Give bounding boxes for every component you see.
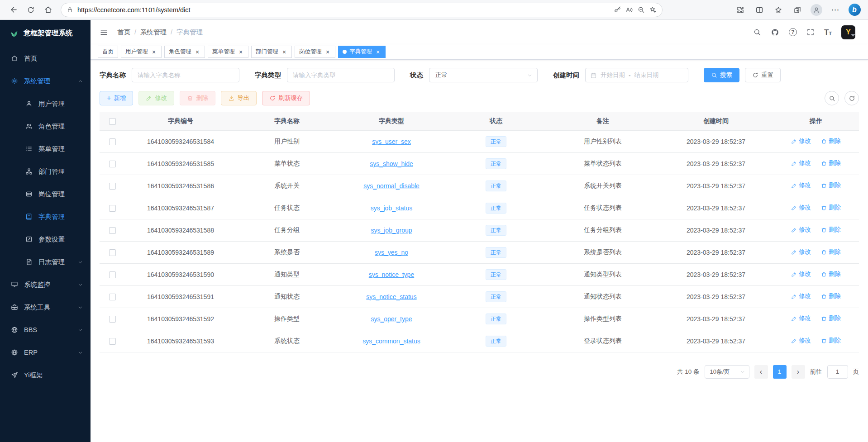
breadcrumb-system-mgmt[interactable]: 系统管理	[140, 28, 167, 37]
dict-type-link[interactable]: sys_notice_type	[369, 271, 414, 278]
breadcrumb-home[interactable]: 首页	[117, 28, 130, 37]
dict-type-link[interactable]: sys_user_sex	[372, 138, 411, 145]
search-button[interactable]: 搜索	[704, 68, 739, 82]
row-edit-button[interactable]: 修改	[791, 248, 811, 256]
row-delete-button[interactable]: 删除	[821, 181, 841, 190]
row-delete-button[interactable]: 删除	[821, 337, 841, 345]
row-delete-button[interactable]: 删除	[821, 248, 841, 256]
dict-type-link[interactable]: sys_normal_disable	[363, 182, 420, 190]
row-delete-button[interactable]: 删除	[821, 270, 841, 278]
user-avatar-button[interactable]: Y	[841, 25, 855, 39]
dict-type-link[interactable]: sys_yes_no	[375, 249, 408, 256]
url-text[interactable]: https://ccnetcore.com:1101/system/dict	[77, 6, 610, 14]
sidebar-item-yi-framework[interactable]: Yi框架	[0, 364, 91, 386]
row-edit-button[interactable]: 修改	[791, 314, 811, 323]
sidebar-item-bbs[interactable]: BBS	[0, 318, 91, 341]
page-size-select[interactable]: 10条/页	[705, 365, 749, 379]
row-checkbox[interactable]	[109, 338, 116, 345]
row-edit-button[interactable]: 修改	[791, 337, 811, 345]
row-edit-button[interactable]: 修改	[791, 204, 811, 212]
font-size-button[interactable]: TT	[824, 29, 832, 36]
dict-type-link[interactable]: sys_common_status	[362, 337, 420, 345]
dict-type-link[interactable]: sys_show_hide	[370, 160, 413, 167]
select-all-checkbox[interactable]	[109, 118, 116, 125]
sidebar-item-system-monitor[interactable]: 系统监控	[0, 273, 91, 296]
header-search-button[interactable]	[753, 28, 761, 36]
row-checkbox[interactable]	[109, 205, 116, 212]
add-favorite-icon[interactable]	[649, 6, 657, 14]
close-icon[interactable]: ×	[281, 49, 287, 55]
goto-page-input[interactable]	[827, 365, 848, 379]
row-edit-button[interactable]: 修改	[791, 159, 811, 167]
row-checkbox[interactable]	[109, 138, 116, 145]
tab-role-mgmt[interactable]: 角色管理×	[164, 46, 205, 58]
browser-refresh-button[interactable]	[23, 2, 39, 18]
row-delete-button[interactable]: 删除	[821, 292, 841, 300]
close-icon[interactable]: ×	[194, 49, 200, 55]
sidebar-item-user-mgmt[interactable]: 用户管理	[0, 92, 91, 115]
status-select[interactable]: 正常	[429, 68, 538, 82]
row-checkbox[interactable]	[109, 316, 116, 323]
docs-help-button[interactable]: ?	[789, 28, 797, 36]
dict-type-link[interactable]: sys_oper_type	[371, 315, 412, 323]
row-checkbox[interactable]	[109, 161, 116, 167]
tab-post-mgmt[interactable]: 岗位管理×	[295, 46, 335, 58]
row-checkbox[interactable]	[109, 249, 116, 256]
row-checkbox[interactable]	[109, 227, 116, 234]
row-edit-button[interactable]: 修改	[791, 137, 811, 145]
prev-page-button[interactable]: ‹	[754, 365, 768, 379]
sidebar-item-system-mgmt[interactable]: 系统管理	[0, 70, 91, 92]
export-button[interactable]: 导出	[221, 91, 257, 105]
sidebar-item-param-settings[interactable]: 参数设置	[0, 228, 91, 251]
row-edit-button[interactable]: 修改	[791, 226, 811, 234]
sidebar-item-dept-mgmt[interactable]: 部门管理	[0, 160, 91, 183]
row-checkbox[interactable]	[109, 294, 116, 300]
dict-type-link[interactable]: sys_notice_status	[366, 293, 416, 300]
browser-back-button[interactable]	[5, 2, 22, 18]
row-delete-button[interactable]: 删除	[821, 137, 841, 145]
tab-dict-mgmt[interactable]: 字典管理×	[338, 46, 386, 58]
row-delete-button[interactable]: 删除	[821, 226, 841, 234]
close-icon[interactable]: ×	[375, 49, 381, 55]
reset-button[interactable]: 重置	[745, 68, 781, 82]
sidebar-item-role-mgmt[interactable]: 角色管理	[0, 115, 91, 138]
collections-button[interactable]	[789, 2, 806, 18]
close-icon[interactable]: ×	[238, 49, 244, 55]
next-page-button[interactable]: ›	[792, 365, 805, 379]
row-checkbox[interactable]	[109, 271, 116, 278]
dict-type-link[interactable]: sys_job_group	[371, 227, 412, 234]
refresh-cache-button[interactable]: 刷新缓存	[262, 91, 310, 105]
browser-home-button[interactable]	[40, 2, 56, 18]
add-button[interactable]: + 新增	[100, 91, 133, 105]
close-icon[interactable]: ×	[151, 49, 157, 55]
sidebar-item-dict-mgmt[interactable]: 字典管理	[0, 205, 91, 228]
row-delete-button[interactable]: 删除	[821, 204, 841, 212]
sidebar-item-menu-mgmt[interactable]: 菜单管理	[0, 138, 91, 160]
row-edit-button[interactable]: 修改	[791, 270, 811, 278]
dict-name-input[interactable]	[132, 68, 239, 82]
browser-more-button[interactable]: ⋯	[827, 2, 844, 18]
app-logo[interactable]: 意框架管理系统	[0, 20, 91, 46]
sidebar-item-home[interactable]: 首页	[0, 47, 91, 70]
sidebar-item-erp[interactable]: ERP	[0, 341, 91, 364]
password-key-icon[interactable]	[614, 6, 621, 14]
date-range-picker[interactable]: 开始日期 - 结束日期	[585, 68, 688, 82]
extensions-button[interactable]	[732, 2, 749, 18]
dict-type-link[interactable]: sys_job_status	[371, 204, 413, 212]
github-link-button[interactable]	[771, 28, 779, 37]
row-edit-button[interactable]: 修改	[791, 292, 811, 300]
address-bar[interactable]: https://ccnetcore.com:1101/system/dict	[61, 3, 663, 17]
split-screen-button[interactable]	[751, 2, 768, 18]
page-1-button[interactable]: 1	[773, 365, 787, 379]
sidebar-item-system-tools[interactable]: 系统工具	[0, 296, 91, 318]
tab-user-mgmt[interactable]: 用户管理×	[121, 46, 162, 58]
tab-home[interactable]: 首页	[98, 46, 118, 58]
toggle-search-button[interactable]	[825, 91, 839, 105]
delete-button[interactable]: 删除	[180, 91, 215, 105]
sidebar-item-log-mgmt[interactable]: 日志管理	[0, 251, 91, 273]
row-checkbox[interactable]	[109, 183, 116, 190]
close-icon[interactable]: ×	[324, 49, 331, 55]
row-delete-button[interactable]: 删除	[821, 159, 841, 167]
read-aloud-icon[interactable]	[625, 6, 633, 14]
sidebar-toggle-button[interactable]	[98, 26, 110, 38]
